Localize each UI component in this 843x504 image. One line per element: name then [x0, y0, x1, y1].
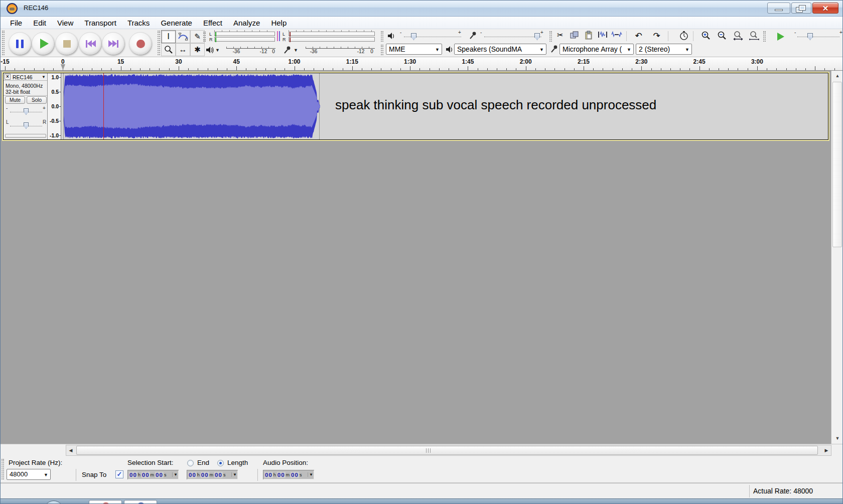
playback-meter-menu-caret[interactable]: ▼	[215, 48, 220, 53]
paste-button[interactable]	[582, 30, 595, 42]
menu-edit[interactable]: Edit	[28, 18, 52, 28]
pan-right-label: R	[43, 119, 46, 125]
envelope-tool-button[interactable]	[176, 30, 190, 43]
draw-tool-button[interactable]: ✎	[190, 30, 205, 43]
playback-device-select[interactable]: Speakers (SoundMA▼	[454, 44, 546, 55]
selection-toolbar-grip[interactable]	[2, 459, 4, 479]
horizontal-scrollbar[interactable]: ◀ ▶	[66, 445, 831, 456]
vertical-scrollbar-thumb[interactable]	[832, 82, 842, 247]
pan-slider-thumb[interactable]	[24, 122, 29, 129]
scroll-left-arrow[interactable]: ◀	[66, 445, 75, 455]
recording-meter-grip[interactable]	[277, 31, 278, 41]
track-name[interactable]: REC146	[13, 74, 33, 80]
track-collapse-button[interactable]	[5, 134, 46, 138]
audio-host-select[interactable]: MME▼	[386, 44, 442, 55]
tools-toolbar-grip[interactable]	[158, 31, 160, 55]
ruler-tick	[776, 68, 777, 70]
zoom-in-button[interactable]	[699, 30, 713, 42]
menu-effect[interactable]: Effect	[198, 18, 228, 28]
trim-audio-button[interactable]	[596, 30, 609, 42]
transport-toolbar-grip[interactable]	[2, 31, 5, 55]
playback-speed-slider[interactable]	[797, 36, 839, 37]
vertical-scrollbar[interactable]: ▲ ▼	[831, 71, 843, 444]
play-at-speed-button[interactable]	[771, 30, 789, 42]
selection-length-field[interactable]: 00h 00m 00s ▼	[187, 470, 238, 479]
track-menu-caret[interactable]: ▼	[42, 75, 46, 79]
horizontal-scrollbar-thumb[interactable]	[76, 446, 818, 455]
output-volume-thumb[interactable]	[411, 33, 416, 40]
playhead-pointer[interactable]	[61, 64, 65, 70]
recording-channels-select[interactable]: 2 (Stereo)▼	[636, 44, 692, 55]
fit-project-button[interactable]	[747, 30, 761, 42]
menu-help[interactable]: Help	[265, 18, 292, 28]
zoom-out-button[interactable]	[715, 30, 729, 42]
silence-audio-button[interactable]	[610, 30, 623, 42]
copy-button[interactable]	[568, 30, 581, 42]
scroll-up-arrow[interactable]: ▲	[832, 71, 843, 81]
track-area[interactable]: × REC146 ▼ Mono, 48000Hz 32-bit float Mu…	[1, 71, 843, 444]
mute-button[interactable]: Mute	[5, 96, 25, 104]
audio-clip[interactable]	[63, 73, 320, 139]
mixer-toolbar-grip[interactable]	[381, 31, 383, 42]
pan-slider[interactable]	[10, 125, 42, 126]
device-toolbar-grip[interactable]	[381, 45, 383, 55]
record-button[interactable]	[129, 32, 152, 55]
menu-transport[interactable]: Transport	[79, 18, 122, 28]
length-radio-label[interactable]: Length	[227, 459, 248, 466]
end-radio[interactable]	[187, 460, 194, 466]
fit-selection-button[interactable]	[731, 30, 745, 42]
gain-slider-thumb[interactable]	[24, 108, 29, 115]
recording-device-select[interactable]: Microphone Array (▼	[559, 44, 634, 55]
playback-speed-thumb[interactable]	[807, 33, 813, 40]
menu-tracks[interactable]: Tracks	[122, 18, 155, 28]
track-close-button[interactable]: ×	[5, 74, 11, 80]
play-button[interactable]	[32, 32, 54, 55]
selection-tool-button[interactable]: I	[161, 30, 176, 43]
selection-start-field[interactable]: 00h 00m 00s ▼	[127, 470, 179, 479]
scroll-down-arrow[interactable]: ▼	[832, 434, 843, 443]
menu-file[interactable]: File	[5, 18, 28, 28]
minimize-button[interactable]	[767, 3, 790, 14]
multi-tool-button[interactable]: ✱	[190, 43, 205, 56]
skip-to-end-button[interactable]	[102, 32, 124, 55]
input-volume-slider[interactable]	[484, 36, 541, 37]
audio-position-field[interactable]: 00h 00m 00s ▼	[263, 470, 314, 479]
close-button[interactable]: ✕	[812, 3, 838, 14]
taskbar-app-1[interactable]	[89, 500, 122, 504]
solo-button[interactable]: Solo	[27, 96, 47, 104]
undo-button[interactable]: ↶	[632, 30, 645, 42]
stop-button[interactable]	[55, 32, 78, 55]
playback-meter-grip[interactable]	[203, 32, 206, 42]
time-shift-tool-button[interactable]: ↔	[176, 43, 190, 56]
edit-toolbar-end-grip[interactable]	[763, 31, 766, 42]
sync-lock-clock-button[interactable]	[677, 30, 690, 42]
recording-meter-toolbar[interactable]: L R ▼ -36 -12 0	[276, 30, 378, 57]
menu-view[interactable]: View	[52, 18, 79, 28]
input-volume-min: -	[480, 30, 482, 35]
taskbar-app-2[interactable]	[124, 500, 157, 504]
project-rate-select[interactable]: 48000 ▼	[7, 469, 51, 480]
restore-button[interactable]	[791, 3, 811, 14]
waveform-region[interactable]: speak thinking sub vocal speech recorded…	[61, 73, 828, 139]
vertical-ruler[interactable]: 1.0 0.5 0.0 -0.5 -1.0	[48, 73, 61, 139]
start-orb[interactable]	[44, 500, 64, 504]
pan-left-label: L	[6, 119, 9, 125]
gain-slider[interactable]	[10, 111, 42, 112]
cut-button[interactable]: ✂	[553, 30, 567, 42]
recording-meter-menu-caret[interactable]: ▼	[294, 48, 298, 53]
playback-meter-toolbar[interactable]: L R ▼ -36 -12 0	[203, 30, 276, 57]
output-volume-slider[interactable]	[404, 36, 461, 37]
menu-analyze[interactable]: Analyze	[228, 18, 265, 28]
zoom-tool-button[interactable]	[161, 43, 176, 56]
skip-to-start-button[interactable]	[79, 32, 101, 55]
redo-button[interactable]: ↷	[650, 30, 663, 42]
timeline-ruler[interactable]: -1501530451:001:151:301:452:002:152:302:…	[1, 57, 843, 71]
end-radio-label[interactable]: End	[197, 459, 209, 466]
pause-button[interactable]	[9, 32, 31, 55]
snap-to-checkbox[interactable]: ✓	[115, 470, 123, 478]
input-volume-thumb[interactable]	[534, 33, 540, 40]
menu-generate[interactable]: Generate	[155, 18, 198, 28]
edit-toolbar-grip[interactable]	[549, 31, 552, 42]
length-radio[interactable]	[217, 460, 224, 466]
scroll-right-arrow[interactable]: ▶	[822, 445, 831, 455]
